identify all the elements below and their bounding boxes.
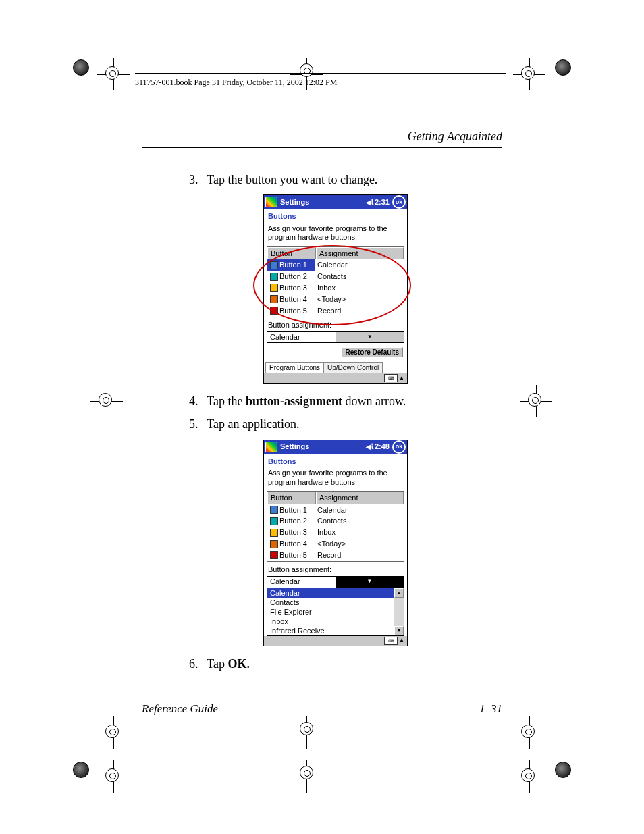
table-row[interactable]: Button 2 Contacts xyxy=(267,515,404,527)
table-row[interactable]: Button 2 Contacts xyxy=(267,271,404,282)
titlebar: Settings ◀ἰ 2:48 ok xyxy=(264,440,407,454)
scrollbar[interactable]: ▲ ▼ xyxy=(394,588,404,635)
up-arrow-icon[interactable]: ▲ xyxy=(399,637,404,644)
step-number: 5. xyxy=(189,416,204,432)
step-4: 4. Tap the button-assignment down arrow. xyxy=(189,393,502,409)
step-6: 6. Tap OK. xyxy=(189,656,502,672)
assignment-label: Button assignment: xyxy=(264,317,407,331)
crop-mark-icon xyxy=(525,712,566,753)
step-text-bold: OK. xyxy=(227,657,250,671)
col-button[interactable]: Button xyxy=(267,247,316,260)
ok-button[interactable]: ok xyxy=(392,440,406,454)
table-row[interactable]: Button 4 <Today> xyxy=(267,294,404,305)
table-row[interactable]: Button 4 <Today> xyxy=(267,538,404,550)
tab-updown-control[interactable]: Up/Down Control xyxy=(323,362,383,373)
dropdown-value: Calendar xyxy=(267,332,336,342)
up-arrow-icon[interactable]: ▲ xyxy=(399,375,404,382)
start-icon[interactable] xyxy=(265,197,277,207)
screen-heading: Buttons xyxy=(264,209,407,223)
dropdown-option[interactable]: Contacts xyxy=(267,598,394,607)
ok-button[interactable]: ok xyxy=(392,195,406,209)
screen-heading: Buttons xyxy=(264,454,407,468)
col-assignment[interactable]: Assignment xyxy=(316,247,404,260)
start-icon[interactable] xyxy=(265,442,277,452)
section-rule xyxy=(142,147,502,148)
step-text-pre: Tap the xyxy=(207,394,246,408)
table-row[interactable]: Button 1 Calendar xyxy=(267,259,404,271)
screen-description: Assign your favorite programs to the pro… xyxy=(264,467,407,490)
step-text-post: down arrow. xyxy=(342,394,406,408)
step-number: 4. xyxy=(189,393,204,409)
crop-mark-icon xyxy=(290,756,331,797)
inbox-icon xyxy=(270,529,278,537)
speaker-icon[interactable]: ◀ἰ xyxy=(366,442,373,452)
today-icon xyxy=(270,295,278,303)
dropdown-value: Calendar xyxy=(267,577,336,587)
inbox-icon xyxy=(270,284,278,292)
footer-rule xyxy=(142,698,502,698)
screen-description: Assign your favorite programs to the pro… xyxy=(264,223,407,246)
titlebar-time: 2:31 xyxy=(375,197,390,207)
crop-mark-icon xyxy=(525,385,566,425)
step-3: 3. Tap the button you want to change. xyxy=(189,172,502,188)
table-row[interactable]: Button 5 Record xyxy=(267,550,404,561)
contacts-icon xyxy=(270,517,278,525)
tabs: Program Buttons Up/Down Control xyxy=(264,361,407,373)
dropdown-option[interactable]: File Explorer xyxy=(267,607,394,617)
step-text: Tap an application. xyxy=(207,417,299,431)
col-assignment[interactable]: Assignment xyxy=(316,492,404,504)
calendar-icon xyxy=(270,261,278,269)
dropdown-option[interactable]: Inbox xyxy=(267,617,394,626)
record-icon xyxy=(270,307,278,315)
contacts-icon xyxy=(270,273,278,281)
crop-mark-icon xyxy=(78,712,119,753)
crop-mark-icon xyxy=(78,756,119,797)
dropdown-list: Calendar Contacts File Explorer Inbox In… xyxy=(267,588,404,636)
footer-right: 1–31 xyxy=(479,702,502,716)
buttons-table: Button Assignment Button 1 Calendar Butt… xyxy=(267,246,404,317)
step-5: 5. Tap an application. xyxy=(189,416,502,432)
crop-mark-icon xyxy=(525,54,566,95)
crop-mark-icon xyxy=(525,756,566,797)
tab-program-buttons[interactable]: Program Buttons xyxy=(265,362,324,373)
calendar-icon xyxy=(270,506,278,514)
dropdown-option[interactable]: Infrared Receive xyxy=(267,626,394,635)
restore-defaults-button[interactable]: Restore Defaults xyxy=(342,347,403,357)
today-icon xyxy=(270,540,278,548)
keyboard-icon[interactable]: ⌨ xyxy=(384,374,398,382)
chevron-down-icon[interactable] xyxy=(336,577,404,588)
crop-mark-icon xyxy=(290,712,331,753)
record-icon xyxy=(270,551,278,559)
chevron-down-icon[interactable] xyxy=(336,332,404,342)
table-row[interactable]: Button 3 Inbox xyxy=(267,527,404,538)
assignment-dropdown[interactable]: Calendar xyxy=(267,331,404,343)
scroll-down-icon[interactable]: ▼ xyxy=(394,626,404,635)
input-panel: ⌨ ▲ xyxy=(264,373,407,383)
page-header-text: 311757-001.book Page 31 Friday, October … xyxy=(135,78,337,87)
crop-mark-icon xyxy=(78,54,119,95)
step-number: 3. xyxy=(189,172,204,188)
step-text-pre: Tap xyxy=(207,657,227,671)
speaker-icon[interactable]: ◀ἰ xyxy=(366,198,373,207)
titlebar-title: Settings xyxy=(280,197,309,207)
titlebar-title: Settings xyxy=(280,442,309,452)
table-row[interactable]: Button 3 Inbox xyxy=(267,282,404,294)
footer-left: Reference Guide xyxy=(142,702,218,716)
titlebar-time: 2:48 xyxy=(375,442,390,452)
scroll-up-icon[interactable]: ▲ xyxy=(394,588,404,598)
input-panel: ⌨ ▲ xyxy=(264,636,407,646)
device-screenshot-1: Settings ◀ἰ 2:31 ok Buttons Assign your … xyxy=(263,194,408,384)
keyboard-icon[interactable]: ⌨ xyxy=(384,637,398,645)
device-screenshot-2: Settings ◀ἰ 2:48 ok Buttons Assign your … xyxy=(263,440,408,646)
col-button[interactable]: Button xyxy=(267,492,316,504)
table-row[interactable]: Button 1 Calendar xyxy=(267,504,404,516)
section-title: Getting Acquainted xyxy=(408,130,502,144)
step-text: Tap the button you want to change. xyxy=(207,173,377,186)
titlebar: Settings ◀ἰ 2:31 ok xyxy=(264,195,407,209)
scroll-track[interactable] xyxy=(394,598,404,626)
buttons-table: Button Assignment Button 1 Calendar Butt… xyxy=(267,491,404,562)
dropdown-option[interactable]: Calendar xyxy=(267,588,394,598)
step-number: 6. xyxy=(189,656,204,672)
assignment-dropdown-open[interactable]: Calendar Calendar Contacts File Explorer… xyxy=(267,576,404,636)
table-row[interactable]: Button 5 Record xyxy=(267,305,404,317)
